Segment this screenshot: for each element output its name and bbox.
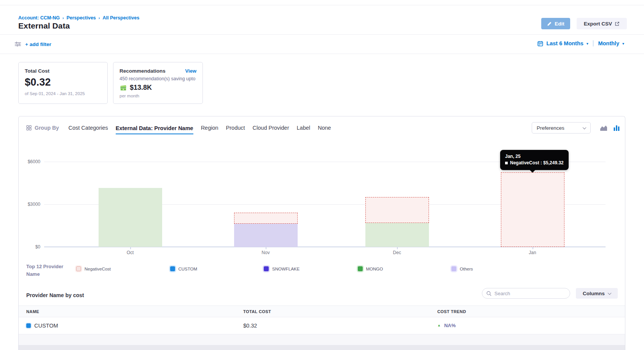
- groupby-tab-product[interactable]: Product: [226, 121, 245, 134]
- bar-segment-others-nov[interactable]: [234, 224, 298, 247]
- groupby-tab-region[interactable]: Region: [201, 121, 218, 134]
- x-axis-label: Dec: [382, 250, 412, 255]
- x-axis-tick: [130, 247, 131, 249]
- group-by-row: Group By Cost CategoriesExternal Data: P…: [26, 121, 620, 135]
- table-title: Provider Name by cost: [26, 292, 84, 298]
- table-header-row: NAMETOTAL COSTCOST TREND: [19, 305, 625, 317]
- column-header-name[interactable]: NAME: [26, 309, 39, 314]
- x-axis-tick: [266, 247, 266, 249]
- tooltip-series-marker: [505, 162, 508, 164]
- bar-segment-mongo-dec[interactable]: [365, 223, 429, 247]
- x-axis-label: Oct: [115, 250, 145, 255]
- recommendations-card: Recommendations View 450 recommendation(…: [113, 62, 203, 104]
- chevron-down-icon: ▾: [622, 41, 624, 46]
- series-swatch-snowflake: [264, 266, 269, 271]
- x-axis-tick: [532, 247, 533, 249]
- bar-oct: [99, 146, 162, 247]
- bar-segment-negativecost-jan[interactable]: [501, 172, 564, 247]
- groupby-tab-external-data-provider-name[interactable]: External Data: Provider Name: [116, 122, 193, 134]
- chevron-down-icon: [583, 126, 587, 129]
- trend-value: NA%: [444, 323, 456, 328]
- total-cost-card: Total Cost $0.32 of Sep 01, 2024 - Jan 3…: [18, 62, 108, 104]
- breadcrumb-separator: ›: [62, 16, 64, 20]
- area-chart-icon[interactable]: [600, 125, 607, 131]
- legend-label: NegativeCost: [84, 267, 111, 271]
- breadcrumb-item-account-ccm-ng[interactable]: Account: CCM-NG: [18, 15, 60, 21]
- preferences-label: Preferences: [537, 125, 564, 131]
- legend-item-others[interactable]: Others: [451, 266, 473, 271]
- tooltip-value-line: NegativeCost : $5,249.32: [510, 160, 564, 166]
- recommendations-subtitle: 450 recommendation(s) saving upto: [120, 76, 196, 81]
- chevron-down-icon: [607, 291, 611, 295]
- time-range-dropdown[interactable]: Last 6 Months ▾: [537, 40, 588, 46]
- x-axis-label: Nov: [250, 250, 281, 255]
- total-cost-value: $0.32: [25, 76, 101, 88]
- preferences-dropdown[interactable]: Preferences: [532, 122, 591, 134]
- bar-nov: [234, 146, 298, 247]
- external-link-icon: [615, 21, 620, 26]
- money-icon: [120, 85, 127, 91]
- bar-chart-icon[interactable]: [614, 125, 620, 131]
- top-divider: [0, 5, 644, 5]
- granularity-value: Monthly: [598, 40, 619, 46]
- bar-segment-mongo-oct[interactable]: [99, 188, 162, 247]
- breadcrumb-item-perspectives[interactable]: Perspectives: [67, 15, 96, 21]
- edit-button[interactable]: Edit: [541, 18, 570, 29]
- breadcrumb: Account: CCM-NG›Perspectives›All Perspec…: [18, 15, 139, 21]
- legend-label: CUSTOM: [179, 267, 198, 271]
- groupby-tab-cost-categories[interactable]: Cost Categories: [69, 121, 108, 134]
- legend-item-custom[interactable]: CUSTOM: [170, 266, 198, 271]
- page-title: External Data: [18, 21, 70, 30]
- legend-title: Top 12 Provider Name: [26, 263, 69, 278]
- cell-cost-trend: ▲NA%: [437, 323, 456, 328]
- series-swatch-custom: [26, 323, 31, 328]
- breadcrumb-item-all-perspectives[interactable]: All Perspectives: [103, 15, 140, 21]
- groupby-tab-label[interactable]: Label: [297, 121, 310, 134]
- time-range-value: Last 6 Months: [546, 40, 583, 46]
- y-axis-label: $3000: [20, 202, 40, 207]
- vertical-separator: [593, 40, 594, 46]
- recommendations-per-month: per month: [120, 94, 196, 98]
- bar-dec: [365, 146, 429, 247]
- x-axis-label: Jan: [517, 250, 548, 255]
- recommendations-label: Recommendations: [120, 68, 166, 74]
- columns-button[interactable]: Columns: [576, 288, 618, 299]
- view-recommendations-link[interactable]: View: [185, 68, 196, 74]
- legend-item-mongo[interactable]: MONGO: [358, 266, 383, 271]
- edit-label: Edit: [555, 21, 564, 27]
- table-search: [482, 288, 570, 299]
- cell-name: CUSTOM: [26, 323, 58, 329]
- column-header-cost-trend[interactable]: COST TREND: [437, 309, 466, 314]
- series-swatch-mongo: [358, 266, 363, 271]
- legend-label: MONGO: [366, 267, 383, 271]
- groupby-tab-none[interactable]: None: [318, 121, 331, 134]
- series-swatch-others: [451, 266, 456, 271]
- add-filter-button[interactable]: + add filter: [25, 41, 51, 47]
- legend-item-negativecost[interactable]: NegativeCost: [76, 266, 111, 271]
- groupby-tab-cloud-provider[interactable]: Cloud Provider: [253, 121, 289, 134]
- export-csv-label: Export CSV: [584, 21, 612, 27]
- row-name-label: CUSTOM: [34, 323, 58, 329]
- table-row[interactable]: CUSTOM$0.32▲NA%: [19, 317, 625, 334]
- perspective-page: Account: CCM-NG›Perspectives›All Perspec…: [0, 0, 644, 350]
- column-header-total-cost[interactable]: TOTAL COST: [243, 309, 271, 314]
- group-by-tabs: Cost CategoriesExternal Data: Provider N…: [69, 121, 331, 134]
- bar-segment-negativecost-dec[interactable]: [365, 197, 429, 223]
- time-controls: Last 6 Months ▾ Monthly ▾: [537, 40, 624, 46]
- series-swatch-custom: [170, 266, 175, 271]
- search-input[interactable]: [482, 288, 570, 299]
- columns-label: Columns: [583, 291, 605, 296]
- group-by-label: Group By: [35, 125, 59, 131]
- export-csv-button[interactable]: Export CSV: [577, 18, 627, 29]
- filter-settings-icon[interactable]: [14, 41, 21, 49]
- filter-divider: [0, 54, 644, 54]
- bar-segment-negativecost-nov[interactable]: [234, 213, 298, 224]
- pencil-icon: [547, 21, 552, 26]
- legend-item-snowflake[interactable]: SNOWFLAKE: [264, 266, 300, 271]
- search-icon: [486, 291, 492, 296]
- chart-tooltip: Jan, 25 NegativeCost : $5,249.32: [500, 150, 569, 170]
- breadcrumb-separator: ›: [99, 16, 100, 20]
- y-axis-label: $6000: [20, 159, 40, 164]
- y-axis-label: $0: [20, 244, 40, 250]
- granularity-dropdown[interactable]: Monthly ▾: [598, 40, 624, 46]
